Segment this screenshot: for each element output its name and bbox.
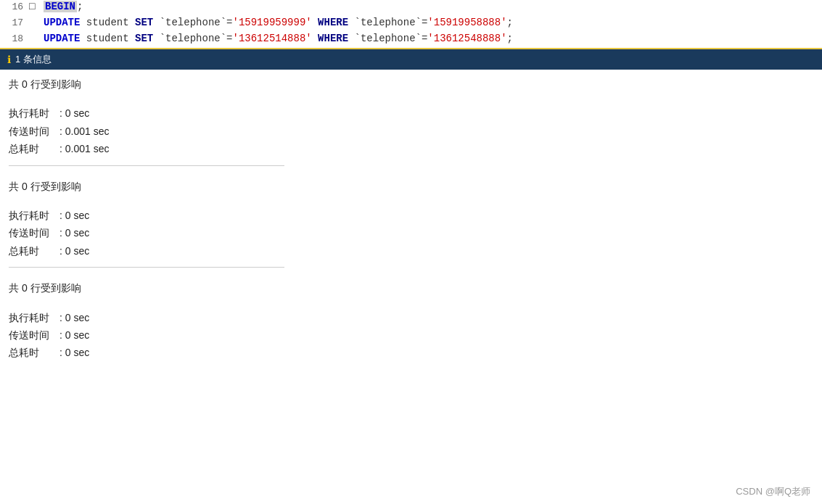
transfer-value: : 0 sec	[59, 327, 89, 343]
code-token	[312, 33, 318, 44]
total-label: 总耗时	[9, 141, 59, 157]
code-token: WHERE	[318, 33, 348, 44]
exec-label: 执行耗时	[9, 105, 59, 121]
code-token	[312, 17, 318, 28]
line-number: 16	[0, 1, 29, 12]
code-token: student	[80, 17, 135, 28]
code-token: `telephone`=	[153, 33, 232, 44]
rows-affected-line: 共 0 行受到影响	[9, 178, 813, 195]
code-token: WHERE	[318, 17, 348, 28]
total-value: : 0 sec	[59, 243, 89, 259]
line-number: 17	[0, 17, 29, 28]
code-token: `telephone`=	[153, 17, 232, 28]
transfer-time-line: 传送时间: 0 sec	[9, 224, 813, 241]
total-time-line: 总耗时: 0.001 sec	[9, 140, 813, 157]
code-token: SET	[135, 17, 153, 28]
output-block: 共 0 行受到影响执行耗时: 0 sec传送时间: 0.001 sec总耗时: …	[0, 70, 822, 161]
code-token: `telephone`=	[348, 33, 427, 44]
code-token: '13612514888'	[232, 33, 311, 44]
output-block: 共 0 行受到影响执行耗时: 0 sec传送时间: 0 sec总耗时: 0 se…	[0, 172, 822, 263]
output-divider	[9, 267, 284, 268]
code-token: UPDATE	[44, 17, 80, 28]
code-token: ;	[77, 1, 83, 12]
line-expand: □	[29, 1, 41, 12]
info-bar: ℹ 1 条信息	[0, 49, 822, 70]
transfer-value: : 0.001 sec	[59, 123, 110, 139]
line-number: 18	[0, 33, 29, 44]
exec-time-line: 执行耗时: 0 sec	[9, 309, 813, 326]
rows-affected-line: 共 0 行受到影响	[9, 279, 813, 297]
total-value: : 0.001 sec	[59, 141, 110, 157]
line-expand	[29, 33, 41, 44]
exec-value: : 0 sec	[59, 310, 89, 326]
total-time-line: 总耗时: 0 sec	[9, 344, 813, 361]
output-section: 共 0 行受到影响执行耗时: 0 sec传送时间: 0.001 sec总耗时: …	[0, 70, 822, 365]
transfer-label: 传送时间	[9, 327, 59, 343]
code-content: UPDATE student SET `telephone`='13612514…	[41, 33, 513, 44]
total-time-line: 总耗时: 0 sec	[9, 242, 813, 260]
exec-time-line: 执行耗时: 0 sec	[9, 104, 813, 122]
code-line: 17 UPDATE student SET `telephone`='15919…	[0, 16, 822, 32]
code-editor: 16□BEGIN;17 UPDATE student SET `telephon…	[0, 0, 822, 49]
transfer-label: 传送时间	[9, 123, 59, 139]
code-token: '15919958888'	[427, 17, 506, 28]
exec-value: : 0 sec	[59, 105, 89, 121]
code-token: UPDATE	[44, 33, 80, 44]
rows-affected-line: 共 0 行受到影响	[9, 75, 813, 93]
transfer-time-line: 传送时间: 0 sec	[9, 326, 813, 344]
watermark: CSDN @啊Q老师	[736, 485, 810, 498]
exec-value: : 0 sec	[59, 207, 89, 223]
transfer-time-line: 传送时间: 0.001 sec	[9, 123, 813, 140]
code-token: ;	[507, 17, 513, 28]
info-bar-label: 1 条信息	[15, 53, 52, 66]
total-label: 总耗时	[9, 344, 59, 360]
line-expand	[29, 17, 41, 28]
transfer-value: : 0 sec	[59, 225, 89, 241]
code-token: student	[80, 33, 135, 44]
code-token: `telephone`=	[348, 17, 427, 28]
output-block: 共 0 行受到影响执行耗时: 0 sec传送时间: 0 sec总耗时: 0 se…	[0, 273, 822, 365]
exec-label: 执行耗时	[9, 310, 59, 326]
code-token: '15919959999'	[232, 17, 311, 28]
code-token: SET	[135, 33, 153, 44]
code-line: 18 UPDATE student SET `telephone`='13612…	[0, 32, 822, 48]
transfer-label: 传送时间	[9, 225, 59, 241]
total-label: 总耗时	[9, 243, 59, 259]
output-divider	[9, 165, 284, 166]
exec-label: 执行耗时	[9, 207, 59, 223]
code-line: 16□BEGIN;	[0, 0, 822, 16]
info-icon: ℹ	[7, 54, 11, 65]
code-token: ;	[507, 33, 513, 44]
total-value: : 0 sec	[59, 344, 89, 360]
code-token: '13612548888'	[427, 33, 506, 44]
code-content: BEGIN;	[41, 1, 83, 12]
code-content: UPDATE student SET `telephone`='15919959…	[41, 17, 513, 28]
exec-time-line: 执行耗时: 0 sec	[9, 207, 813, 224]
code-token: BEGIN	[44, 1, 77, 12]
